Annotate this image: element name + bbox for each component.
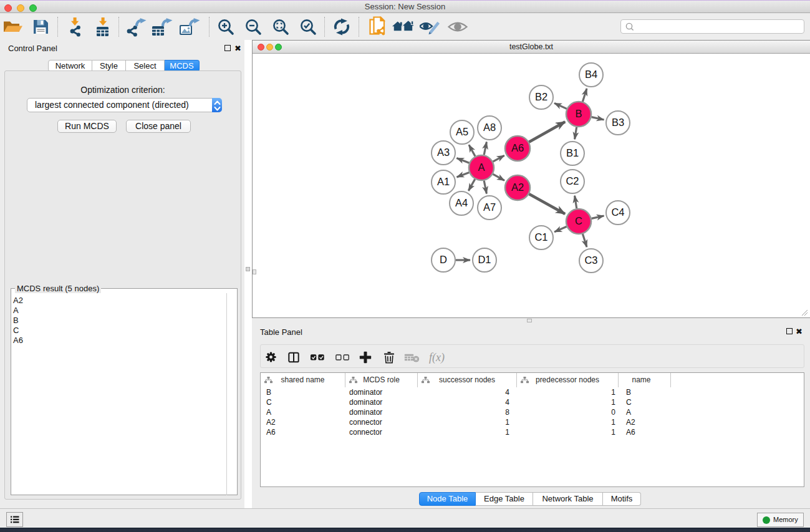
svg-text:A: A <box>478 162 485 173</box>
svg-text:A1: A1 <box>437 176 450 187</box>
svg-text:B: B <box>575 108 582 119</box>
svg-text:C4: C4 <box>611 206 624 218</box>
svg-text:A2: A2 <box>511 181 524 193</box>
svg-text:C3: C3 <box>584 254 597 266</box>
svg-text:C1: C1 <box>534 231 547 243</box>
svg-text:B3: B3 <box>612 117 624 128</box>
svg-text:A3: A3 <box>437 147 450 158</box>
svg-text:A4: A4 <box>455 197 468 208</box>
svg-text:A6: A6 <box>511 142 524 153</box>
svg-text:B4: B4 <box>585 69 597 80</box>
svg-text:C: C <box>575 215 582 226</box>
svg-text:B2: B2 <box>535 91 547 102</box>
svg-text:C2: C2 <box>566 175 579 186</box>
svg-text:D: D <box>440 254 447 265</box>
svg-text:A7: A7 <box>483 201 496 213</box>
svg-text:B1: B1 <box>566 147 579 158</box>
svg-text:D1: D1 <box>478 254 491 265</box>
svg-text:A8: A8 <box>483 122 496 133</box>
svg-text:A5: A5 <box>456 126 468 137</box>
